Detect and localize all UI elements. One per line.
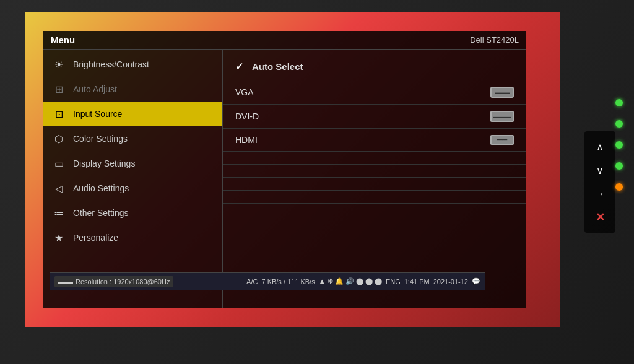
auto-select-label: Auto Select [252, 61, 514, 72]
submenu-dvi[interactable]: DVI-D [223, 105, 526, 129]
menu-item-input-source[interactable]: ⊡ Input Source [43, 102, 222, 126]
resolution-badge: ▬▬ Resolution : 1920x1080@60Hz [54, 276, 173, 287]
submenu-hdmi[interactable]: HDMI [223, 129, 526, 152]
submenu-vga[interactable]: VGA [223, 80, 526, 105]
check-icon: ✓ [235, 61, 243, 72]
hdmi-taskbar-icon: ▬▬ [58, 277, 73, 286]
upload-speed: 7 KB/s [261, 278, 281, 285]
menu-item-brightness[interactable]: ☀ Brightness/Contrast [43, 52, 222, 77]
other-settings-icon: ≔ [52, 206, 66, 220]
menu-item-audio-settings[interactable]: ◁ Audio Settings [43, 176, 222, 201]
color-settings-label: Color Settings [73, 134, 128, 144]
submenu-empty-2 [223, 165, 526, 178]
left-panel: ☀ Brightness/Contrast ⊞ Auto Adjust ⊡ In… [43, 50, 223, 308]
led-5 [615, 183, 623, 191]
hdmi-connector-icon [490, 135, 514, 145]
personalize-icon: ★ [52, 231, 66, 245]
input-source-label: Input Source [73, 109, 122, 119]
close-icon: ✕ [596, 210, 605, 224]
up-arrow-icon: ∧ [596, 141, 604, 153]
menu-item-display-settings[interactable]: ▭ Display Settings [43, 151, 222, 176]
display-settings-label: Display Settings [73, 158, 135, 168]
led-3 [615, 141, 623, 149]
vga-connector-icon [490, 87, 514, 98]
menu-body: ☀ Brightness/Contrast ⊞ Auto Adjust ⊡ In… [43, 50, 526, 308]
vga-port-icon [490, 87, 514, 98]
menu-item-auto-adjust[interactable]: ⊞ Auto Adjust [43, 77, 222, 102]
dvi-label: DVI-D [235, 111, 484, 121]
submenu-auto-select[interactable]: ✓ Auto Select [223, 54, 526, 80]
menu-title-bar: Menu Dell ST2420L [43, 31, 526, 50]
input-source-icon: ⊡ [52, 107, 66, 121]
right-button[interactable]: → [589, 184, 610, 203]
display-settings-icon: ▭ [52, 157, 66, 170]
taskbar: ▬▬ Resolution : 1920x1080@60Hz A/C 7 KB/… [50, 272, 485, 290]
audio-settings-label: Audio Settings [73, 183, 129, 193]
taskbar-left: ▬▬ Resolution : 1920x1080@60Hz [54, 276, 243, 287]
close-button[interactable]: ✕ [589, 208, 610, 227]
led-2 [615, 120, 623, 128]
model-name: Dell ST2420L [470, 35, 519, 45]
ac-label: A/C [246, 278, 258, 285]
resolution-text: Resolution : 1920x1080@60Hz [76, 278, 170, 285]
auto-adjust-label: Auto Adjust [73, 84, 117, 94]
hdmi-port-icon [490, 135, 514, 145]
audio-settings-icon: ◁ [52, 181, 66, 195]
notification-icon[interactable]: 💬 [472, 277, 480, 285]
brightness-label: Brightness/Contrast [73, 59, 149, 69]
menu-item-personalize[interactable]: ★ Personalize [43, 225, 222, 250]
side-buttons: ∧ ∨ → ✕ [584, 131, 615, 233]
screen-area: Menu Dell ST2420L ☀ Brightness/Contrast … [25, 12, 560, 327]
menu-item-color-settings[interactable]: ⬡ Color Settings [43, 126, 222, 151]
menu-title: Menu [51, 35, 75, 45]
right-arrow-icon: → [595, 188, 605, 199]
osd-menu: Menu Dell ST2420L ☀ Brightness/Contrast … [43, 31, 526, 308]
down-arrow-icon: ∨ [596, 165, 604, 176]
led-indicators [615, 99, 623, 191]
time-display: 1:41 PM [404, 278, 430, 285]
hdmi-label: HDMI [235, 135, 484, 145]
download-speed: 111 KB/s [287, 278, 315, 285]
auto-adjust-icon: ⊞ [52, 82, 66, 96]
down-button[interactable]: ∨ [589, 161, 610, 180]
led-1 [615, 99, 623, 106]
vga-label: VGA [235, 87, 484, 97]
dvi-connector-icon [490, 111, 514, 122]
up-button[interactable]: ∧ [589, 137, 610, 156]
taskbar-right: A/C 7 KB/s / 111 KB/s ▲ ❋ 🔔 🔊 ⬤ ⬤ ⬤ ENG … [246, 277, 480, 285]
date-display: 2021-01-12 [433, 278, 468, 285]
dvi-port-icon [490, 111, 514, 122]
color-settings-icon: ⬡ [52, 132, 66, 145]
right-panel: ✓ Auto Select VGA DVI-D HDMI [223, 50, 526, 308]
submenu-empty-4 [223, 191, 526, 204]
other-settings-label: Other Settings [73, 208, 129, 218]
lang-label: ENG [386, 278, 401, 285]
personalize-label: Personalize [73, 233, 118, 243]
submenu-empty-3 [223, 178, 526, 191]
brightness-icon: ☀ [52, 58, 66, 71]
network-speeds: 7 KB/s / 111 KB/s [261, 278, 315, 285]
led-4 [615, 162, 623, 170]
submenu-empty-1 [223, 152, 526, 165]
menu-item-other-settings[interactable]: ≔ Other Settings [43, 201, 222, 225]
system-icons: ▲ ❋ 🔔 🔊 ⬤ ⬤ ⬤ [319, 277, 382, 285]
